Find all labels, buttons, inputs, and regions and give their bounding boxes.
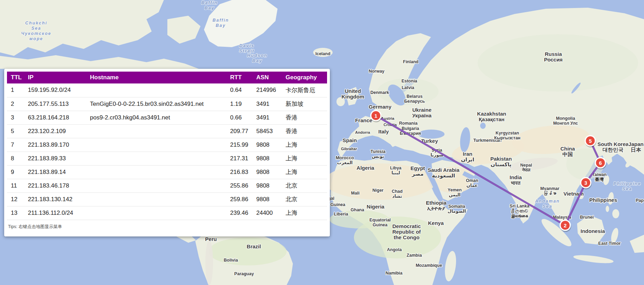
country-label: Brazil [247, 243, 261, 249]
table-row[interactable]: 7221.183.89.170215.999808上海 [7, 138, 327, 152]
col-header-rtt: RTT [226, 72, 252, 83]
country-label: Kenya [428, 220, 444, 226]
cell-host [86, 152, 226, 165]
country-label: Indiaभारत [509, 174, 522, 186]
marker-number: 6 [599, 160, 602, 166]
table-row[interactable]: 5223.120.2.109209.7758453香港 [7, 124, 327, 138]
cell-geo: 香港 [282, 124, 327, 138]
country-label: Libyaليبيا [390, 166, 402, 175]
cell-host [86, 138, 226, 152]
country-label: Tunisiaتونس [371, 149, 386, 159]
country-label: Angola [387, 247, 402, 252]
country-label: Ghana [351, 207, 365, 212]
cell-ip: 221.183.89.170 [24, 138, 86, 152]
cell-asn: 214996 [252, 83, 282, 97]
traceroute-panel: TTLIPHostnameRTTASNGeography 1159.195.92… [4, 69, 330, 236]
cell-ttl: 11 [7, 179, 24, 192]
cell-ttl: 12 [7, 192, 24, 206]
country-label: Latvia [402, 85, 415, 90]
cell-ip: 63.218.164.218 [24, 111, 86, 124]
cell-host: pos9-2.cr03.hkg04.as3491.net [86, 111, 226, 124]
cell-rtt: 216.83 [226, 165, 252, 179]
cell-geo: 新加坡 [282, 97, 327, 111]
cell-asn: 9808 [252, 138, 282, 152]
marker-number: 5 [589, 138, 592, 144]
country-label: RussiaРоссия [544, 51, 562, 63]
country-label: Norway [369, 69, 384, 74]
cell-ip: 211.136.112.0/24 [24, 206, 86, 220]
tips-text: Tips: 右键点击地图显示菜单 [7, 220, 327, 230]
cell-ttl: 8 [7, 152, 24, 165]
route-marker-5[interactable]: 5 [585, 136, 596, 148]
country-label: KazakhstanҚазақстан [477, 111, 506, 122]
cell-geo: 北京 [282, 192, 327, 206]
cell-ip: 221.183.130.142 [24, 192, 86, 206]
cell-rtt: 217.31 [226, 152, 252, 165]
country-label: Finland [403, 59, 418, 64]
col-header-geo: Geography [282, 72, 327, 83]
cell-geo: 上海 [282, 138, 327, 152]
cell-ip: 223.120.2.109 [24, 124, 86, 138]
table-row[interactable]: 2205.177.55.113TenGigE0-0-0-22.15.br03.s… [7, 97, 327, 111]
marker-number: 1 [374, 113, 377, 119]
country-label: BelarusБеларусь [404, 94, 425, 104]
table-row[interactable]: 363.218.164.218pos9-2.cr03.hkg04.as3491.… [7, 111, 327, 124]
table-row[interactable]: 11221.183.46.178255.869808北京 [7, 179, 327, 192]
country-label: Zambia [407, 253, 422, 258]
col-header-asn: ASN [252, 72, 282, 83]
cell-rtt: 259.86 [226, 192, 252, 206]
cell-host [86, 83, 226, 97]
country-label: Papua [636, 198, 644, 203]
cell-asn: 9808 [252, 165, 282, 179]
country-label: Mali [351, 191, 359, 196]
country-label: Ethiopiaኢትዮጵያ [426, 200, 447, 211]
cell-ttl: 9 [7, 165, 24, 179]
cell-rtt: 0.64 [226, 83, 252, 97]
route-marker-3[interactable]: 3 [581, 178, 592, 190]
country-label: Chadتشاد [392, 189, 402, 199]
cell-host [86, 165, 226, 179]
cell-ttl: 3 [7, 111, 24, 124]
route-marker-6[interactable]: 6 [595, 158, 606, 170]
cell-ip: 221.183.46.178 [24, 179, 86, 192]
cell-geo: 卡尔斯鲁厄 [282, 83, 327, 97]
country-label: Mozambique [416, 263, 442, 268]
cell-rtt: 215.99 [226, 138, 252, 152]
country-label: Peru [205, 236, 217, 242]
country-label: East Timor [598, 241, 621, 246]
route-marker-1[interactable]: 1 [371, 111, 382, 123]
cell-asn: 3491 [252, 111, 282, 124]
cell-ttl: 1 [7, 83, 24, 97]
country-label: Brunei [580, 215, 594, 220]
cell-ttl: 5 [7, 124, 24, 138]
country-label: UnitedKingdom [342, 88, 364, 100]
marker-number: 3 [584, 180, 587, 186]
col-header-host: Hostname [86, 72, 226, 83]
country-label: Iranایران [461, 151, 474, 163]
cell-ttl: 2 [7, 97, 24, 111]
cell-host [86, 192, 226, 206]
cell-rtt: 209.77 [226, 124, 252, 138]
table-row[interactable]: 12221.183.130.142259.869808北京 [7, 192, 327, 206]
cell-geo: 上海 [282, 165, 327, 179]
country-label: Indonesia [581, 228, 605, 234]
cell-rtt: 239.46 [226, 206, 252, 220]
country-label: Paraguay [234, 271, 254, 276]
table-row[interactable]: 8221.183.89.33217.319808上海 [7, 152, 327, 165]
table-row[interactable]: 9221.183.89.14216.839808上海 [7, 165, 327, 179]
table-row[interactable]: 1159.195.92.0/240.64214996卡尔斯鲁厄 [7, 83, 327, 97]
country-label: Denmark [370, 90, 389, 95]
cell-ip: 221.183.89.33 [24, 152, 86, 165]
country-label: KyrgyzstanКыргызстан [494, 131, 520, 140]
cell-geo: 上海 [282, 152, 327, 165]
country-label: Liberia [334, 212, 349, 217]
cell-ip: 159.195.92.0/24 [24, 83, 86, 97]
table-header-row: TTLIPHostnameRTTASNGeography [7, 72, 327, 83]
route-marker-2[interactable]: 2 [560, 220, 571, 232]
country-label: Guinea [331, 202, 346, 207]
country-label: Niger [372, 188, 384, 193]
cell-ip: 221.183.89.14 [24, 165, 86, 179]
table-row[interactable]: 13211.136.112.0/24239.4624400上海 [7, 206, 327, 220]
country-label: Egyptمصر [410, 165, 425, 177]
country-label: Namibia [386, 271, 403, 276]
